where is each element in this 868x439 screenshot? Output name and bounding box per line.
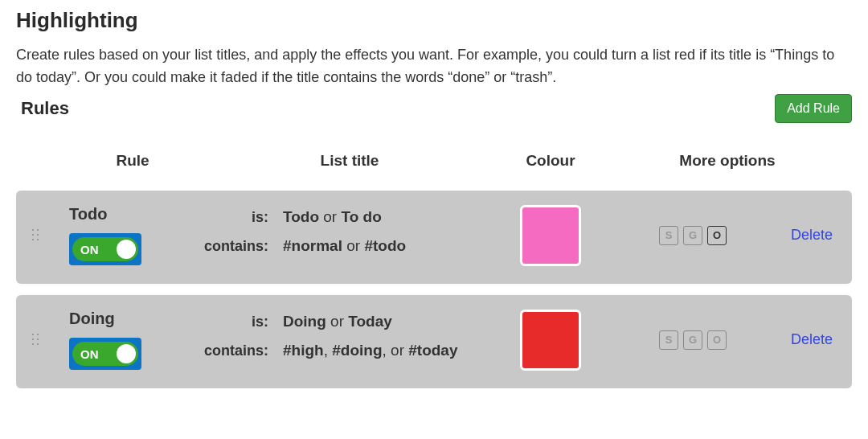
- contains-value: #normal or #todo: [273, 237, 406, 255]
- is-value: Todo or To do: [273, 208, 382, 226]
- contains-label: contains:: [201, 238, 273, 255]
- toggle-on-label: ON: [80, 347, 99, 361]
- delete-rule-link[interactable]: Delete: [791, 331, 833, 348]
- is-label: is:: [201, 209, 273, 226]
- list-title-cell: is: Doing or Today contains: #high, #doi…: [201, 310, 498, 371]
- rule-row: Doing ON is: Doing or Today contains: #h…: [16, 295, 852, 388]
- contains-value: #high, #doing, or #today: [273, 342, 458, 359]
- option-g-button[interactable]: G: [683, 330, 702, 350]
- page-heading: Highlighting: [16, 8, 852, 33]
- list-title-cell: is: Todo or To do contains: #normal or #…: [201, 205, 498, 266]
- option-g-button[interactable]: G: [683, 226, 702, 245]
- delete-rule-link[interactable]: Delete: [791, 227, 833, 244]
- rule-enabled-toggle[interactable]: ON: [69, 338, 141, 370]
- toggle-on-label: ON: [80, 243, 99, 256]
- option-o-button[interactable]: O: [707, 226, 727, 245]
- is-value: Doing or Today: [273, 313, 392, 330]
- drag-handle-icon[interactable]: [16, 334, 55, 346]
- rule-name: Todo: [69, 205, 201, 224]
- rule-row: Todo ON is: Todo or To do contains: #nor…: [16, 191, 852, 284]
- option-s-button[interactable]: S: [659, 330, 678, 350]
- col-header-list-title: List title: [201, 152, 498, 170]
- rules-subheading: Rules: [16, 98, 69, 119]
- add-rule-button[interactable]: Add Rule: [775, 94, 852, 123]
- col-header-rule: Rule: [64, 152, 201, 170]
- option-o-button[interactable]: O: [707, 330, 727, 350]
- col-header-colour: Colour: [498, 152, 603, 170]
- drag-handle-icon[interactable]: [16, 229, 55, 241]
- is-label: is:: [201, 314, 273, 330]
- option-s-button[interactable]: S: [659, 226, 678, 245]
- contains-label: contains:: [201, 343, 273, 359]
- col-header-more-options: More options: [603, 152, 852, 170]
- colour-swatch[interactable]: [520, 310, 581, 371]
- rule-enabled-toggle[interactable]: ON: [69, 233, 141, 265]
- colour-swatch[interactable]: [520, 205, 581, 266]
- rules-table-header: Rule List title Colour More options: [16, 147, 852, 191]
- page-description: Create rules based on your list titles, …: [16, 44, 852, 89]
- sgo-group: S G O: [659, 330, 727, 350]
- rule-name: Doing: [69, 310, 201, 328]
- sgo-group: S G O: [659, 226, 727, 245]
